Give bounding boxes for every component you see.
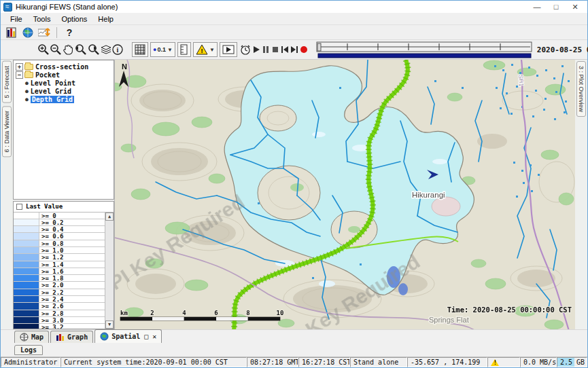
minimize-button[interactable]: —	[528, 3, 547, 11]
legend-value: >= 1.0	[39, 247, 105, 253]
step-back-button[interactable]	[280, 42, 290, 57]
menu-options[interactable]: Options	[56, 14, 92, 24]
scroll-down-icon[interactable]: ▼	[105, 320, 114, 329]
maximize-button[interactable]: □	[547, 3, 566, 11]
legend-value: >= 1.4	[39, 261, 105, 268]
legend-row[interactable]: >= 0.6	[14, 233, 105, 240]
legend-value: >= 2.8	[39, 310, 105, 316]
close-button[interactable]: ✕	[566, 3, 585, 12]
step-forward-button[interactable]	[290, 42, 299, 57]
legend-row[interactable]: >= 1.0	[14, 247, 105, 254]
tab-map[interactable]: Map	[14, 331, 49, 343]
zoom-next-icon[interactable]	[87, 42, 100, 57]
menu-tools[interactable]: Tools	[28, 14, 56, 24]
info-icon[interactable]: i	[112, 42, 124, 57]
svg-text:!: !	[201, 48, 203, 54]
legend-value: >= 2.0	[39, 282, 105, 288]
tree-item-pocket[interactable]: − Pocket	[16, 71, 114, 79]
tree-item-depth-grid[interactable]: ● Depth Grid	[16, 95, 114, 103]
legend-color-swatch	[14, 282, 39, 288]
threshold-dropdown[interactable]: ● 0.1 ▼	[150, 42, 175, 57]
status-mode: Stand alone	[350, 357, 407, 367]
tree-item-level-grid[interactable]: ● Level Grid	[16, 87, 114, 95]
last-value-checkbox[interactable]	[16, 204, 22, 210]
tab-data-viewer[interactable]: 6 : Data Viewer	[2, 106, 12, 157]
play-button[interactable]	[252, 42, 261, 57]
legend-color-swatch	[14, 324, 39, 329]
tree-item-cross-section[interactable]: + Cross-section	[16, 62, 114, 71]
globe-icon[interactable]	[20, 26, 36, 39]
layers-icon[interactable]	[100, 42, 112, 57]
locality-label: Springs Flat	[429, 316, 469, 324]
globe-wireframe-icon	[20, 333, 29, 342]
legend-row[interactable]: >= 2.4	[14, 296, 105, 303]
menu-help[interactable]: Help	[92, 14, 119, 24]
zoom-out-icon[interactable]	[50, 42, 62, 57]
menu-file[interactable]: File	[5, 14, 28, 24]
grid-display-button[interactable]	[132, 42, 148, 57]
collapse-minus-icon[interactable]: −	[16, 71, 23, 79]
legend-scrollbar[interactable]: ▲ ▼	[105, 213, 114, 329]
window-title: Hikurangi FEWS (Stand alone)	[16, 3, 528, 11]
help-button[interactable]: ?	[61, 26, 77, 39]
tab-map-label: Map	[31, 333, 44, 341]
explorer-bars-icon[interactable]	[3, 26, 20, 39]
legend-row[interactable]: >= 0.4	[14, 226, 105, 233]
tree-item-level-point[interactable]: ● Level Point	[16, 79, 114, 87]
movie-player-button[interactable]	[220, 42, 237, 57]
legend-row[interactable]: >= 2.2	[14, 289, 105, 296]
zoom-in-icon[interactable]	[37, 42, 50, 57]
legend-row[interactable]: >= 2.8	[14, 310, 105, 317]
north-label: N	[122, 62, 127, 71]
zoom-previous-icon[interactable]	[74, 42, 87, 57]
expand-plus-icon[interactable]: +	[16, 63, 23, 71]
legend-row[interactable]: >= 1.2	[14, 254, 105, 261]
bullet-icon: ●	[25, 80, 29, 86]
pause-button[interactable]	[261, 42, 271, 57]
status-memory[interactable]: 2.5 GB	[557, 357, 587, 367]
warning-dropdown[interactable]: ! ▼	[193, 42, 218, 57]
legend-row[interactable]: >= 0	[14, 213, 105, 219]
scale-tick: 4	[182, 310, 186, 316]
pan-hand-icon[interactable]	[62, 42, 74, 57]
map-time-overlay: Time: 2020-08-25 00:00:00 CST	[447, 306, 572, 314]
legend-panel: Last Value >= 0>= 0.2>= 0.4>= 0.6>= 0.8>…	[13, 201, 114, 329]
tab-plot-overview[interactable]: 3 : Plot Overview	[576, 61, 586, 117]
status-coordinates: -35.657 , 174.199	[407, 357, 487, 367]
legend-row[interactable]: >= 3.2	[14, 324, 105, 329]
tree-item-label: Pocket	[35, 71, 60, 79]
tab-spatial[interactable]: Spatial □ ✕	[94, 329, 162, 343]
map-canvas[interactable]: API Key Required API Key Required Hikura…	[115, 60, 575, 329]
status-warning-cell[interactable]	[487, 357, 520, 367]
legend-color-swatch	[14, 310, 39, 316]
legend-row[interactable]: >= 0.8	[14, 240, 105, 247]
legend-row[interactable]: >= 2.0	[14, 282, 105, 289]
legend-value: >= 1.2	[39, 254, 105, 260]
legend-row[interactable]: >= 0.2	[14, 219, 105, 226]
legend-row[interactable]: >= 3.0	[14, 317, 105, 324]
legend-color-swatch	[14, 289, 39, 295]
scale-ruler-button[interactable]	[177, 42, 191, 57]
legend-row[interactable]: >= 1.4	[14, 261, 105, 268]
tab-close-icon[interactable]: ✕	[152, 333, 156, 340]
timeseries-dialog-icon[interactable]	[36, 26, 52, 39]
tab-forecast[interactable]: 5 : Forecast	[2, 61, 12, 103]
tab-graph[interactable]: Graph	[50, 331, 93, 343]
legend-color-swatch	[14, 233, 39, 239]
legend-color-swatch	[14, 317, 39, 323]
stop-button[interactable]	[271, 42, 280, 57]
tab-restore-icon[interactable]: □	[144, 333, 148, 340]
right-tab-strip: 3 : Plot Overview	[575, 60, 587, 329]
timeline-slider[interactable]: 2020-08-25 00:00:00 CST	[315, 41, 588, 58]
legend-row[interactable]: >= 1.8	[14, 275, 105, 282]
legend-row[interactable]: >= 2.6	[14, 303, 105, 310]
app-window: Hikurangi FEWS (Stand alone) — □ ✕ File …	[0, 0, 588, 368]
legend-row[interactable]: >= 1.6	[14, 268, 105, 275]
scroll-up-icon[interactable]: ▲	[105, 213, 114, 221]
tab-spatial-label: Spatial	[111, 333, 140, 340]
legend-value: >= 0.8	[39, 240, 105, 246]
record-button[interactable]	[299, 42, 309, 57]
animation-clock-icon[interactable]	[239, 42, 252, 57]
tab-logs[interactable]: Logs	[14, 345, 43, 355]
status-user: Administrator	[1, 357, 60, 367]
